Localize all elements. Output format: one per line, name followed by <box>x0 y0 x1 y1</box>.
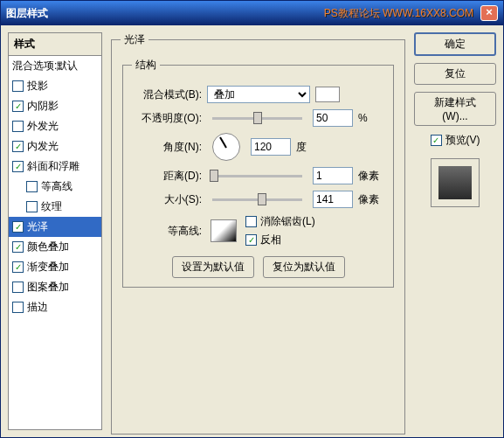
blend-options-item[interactable]: 混合选项:默认 <box>9 56 101 76</box>
new-style-button[interactable]: 新建样式(W)... <box>414 92 496 126</box>
size-label: 大小(S): <box>132 192 202 207</box>
dial-needle-icon <box>219 136 227 148</box>
watermark: PS教程论坛 WWW.16XX8.COM <box>324 6 473 21</box>
preview-checkbox[interactable]: 预览(V) <box>414 133 496 148</box>
checkbox-icon[interactable] <box>12 161 24 172</box>
right-panel: 确定 复位 新建样式(W)... 预览(V) <box>414 32 496 430</box>
opacity-unit: % <box>358 112 384 124</box>
center-panel: 光泽 结构 混合模式(B): 叠加 不透明度(O): % <box>109 32 407 430</box>
opacity-slider[interactable] <box>212 117 302 120</box>
group-title: 光泽 <box>121 32 148 47</box>
opacity-label: 不透明度(O): <box>132 111 202 126</box>
distance-input[interactable] <box>313 167 353 184</box>
contour-picker[interactable] <box>211 219 237 242</box>
checkbox-icon[interactable] <box>245 216 257 227</box>
checkbox-icon[interactable] <box>12 121 24 132</box>
styles-header[interactable]: 样式 <box>9 33 101 56</box>
list-item-inner-glow[interactable]: 内发光 <box>9 136 101 156</box>
row-blend-mode: 混合模式(B): 叠加 <box>132 86 384 103</box>
contour-label: 等高线: <box>132 224 202 239</box>
styles-list: 样式 混合选项:默认 投影 内阴影 外发光 内发光 斜面和浮雕 等高线 纹理 光… <box>8 32 102 430</box>
row-angle: 角度(N): 度 <box>132 133 384 161</box>
structure-group: 结构 混合模式(B): 叠加 不透明度(O): % 角度(N): <box>122 58 394 288</box>
list-item-bevel[interactable]: 斜面和浮雕 <box>9 156 101 177</box>
ok-button[interactable]: 确定 <box>414 32 496 56</box>
row-distance: 距离(D): 像素 <box>132 167 384 184</box>
angle-label: 角度(N): <box>132 140 202 155</box>
list-item-texture[interactable]: 纹理 <box>9 197 101 217</box>
list-item-inner-shadow[interactable]: 内阴影 <box>9 96 101 116</box>
checkbox-icon[interactable] <box>12 302 24 313</box>
slider-thumb-icon[interactable] <box>210 170 218 182</box>
slider-thumb-icon[interactable] <box>258 193 266 205</box>
dialog-body: 样式 混合选项:默认 投影 内阴影 外发光 内发光 斜面和浮雕 等高线 纹理 光… <box>1 25 503 437</box>
satin-group: 光泽 结构 混合模式(B): 叠加 不透明度(O): % <box>111 32 405 435</box>
size-slider[interactable] <box>212 198 302 201</box>
checkbox-icon[interactable] <box>12 221 24 233</box>
list-item-drop-shadow[interactable]: 投影 <box>9 76 101 96</box>
set-default-button[interactable]: 设置为默认值 <box>172 256 254 278</box>
row-size: 大小(S): 像素 <box>132 191 384 208</box>
distance-slider[interactable] <box>212 175 302 177</box>
blend-mode-select[interactable]: 叠加 <box>207 86 310 103</box>
size-unit: 像素 <box>358 192 384 207</box>
list-item-outer-glow[interactable]: 外发光 <box>9 116 101 136</box>
preview-inner <box>438 166 472 199</box>
checkbox-icon[interactable] <box>12 282 24 293</box>
layer-style-dialog: 图层样式 PS教程论坛 WWW.16XX8.COM × 样式 混合选项:默认 投… <box>0 0 504 438</box>
checkbox-icon[interactable] <box>12 261 24 273</box>
structure-title: 结构 <box>132 58 160 73</box>
checkbox-icon[interactable] <box>26 201 38 212</box>
checkbox-icon[interactable] <box>26 181 38 192</box>
invert-checkbox[interactable]: 反相 <box>245 233 315 247</box>
angle-input[interactable] <box>251 138 291 156</box>
angle-dial[interactable] <box>212 133 240 161</box>
slider-thumb-icon[interactable] <box>253 112 262 124</box>
list-item-pattern-overlay[interactable]: 图案叠加 <box>9 277 101 297</box>
checkbox-icon[interactable] <box>245 234 257 246</box>
row-opacity: 不透明度(O): % <box>132 109 384 127</box>
list-item-stroke[interactable]: 描边 <box>9 297 101 317</box>
distance-label: 距离(D): <box>132 169 202 184</box>
angle-unit: 度 <box>296 140 322 155</box>
preview-swatch <box>431 158 480 207</box>
size-input[interactable] <box>313 191 353 208</box>
color-swatch[interactable] <box>315 87 340 102</box>
default-buttons: 设置为默认值 复位为默认值 <box>132 256 384 278</box>
close-icon[interactable]: × <box>480 5 498 21</box>
list-item-satin[interactable]: 光泽 <box>9 217 101 237</box>
distance-unit: 像素 <box>358 169 384 184</box>
titlebar[interactable]: 图层样式 PS教程论坛 WWW.16XX8.COM × <box>1 1 503 25</box>
checkbox-icon[interactable] <box>431 135 442 146</box>
list-item-color-overlay[interactable]: 颜色叠加 <box>9 237 101 257</box>
checkbox-icon[interactable] <box>12 101 24 112</box>
cancel-button[interactable]: 复位 <box>414 63 496 85</box>
checkbox-icon[interactable] <box>12 241 24 253</box>
blend-mode-label: 混合模式(B): <box>132 87 202 102</box>
antialias-checkbox[interactable]: 消除锯齿(L) <box>245 214 315 229</box>
row-contour: 等高线: 消除锯齿(L) 反相 <box>132 214 384 247</box>
list-item-contour[interactable]: 等高线 <box>9 177 101 197</box>
opacity-input[interactable] <box>313 109 353 127</box>
list-item-gradient-overlay[interactable]: 渐变叠加 <box>9 257 101 277</box>
checkbox-icon[interactable] <box>12 141 24 152</box>
checkbox-icon[interactable] <box>12 80 24 92</box>
window-title: 图层样式 <box>6 6 48 21</box>
reset-default-button[interactable]: 复位为默认值 <box>263 256 345 278</box>
